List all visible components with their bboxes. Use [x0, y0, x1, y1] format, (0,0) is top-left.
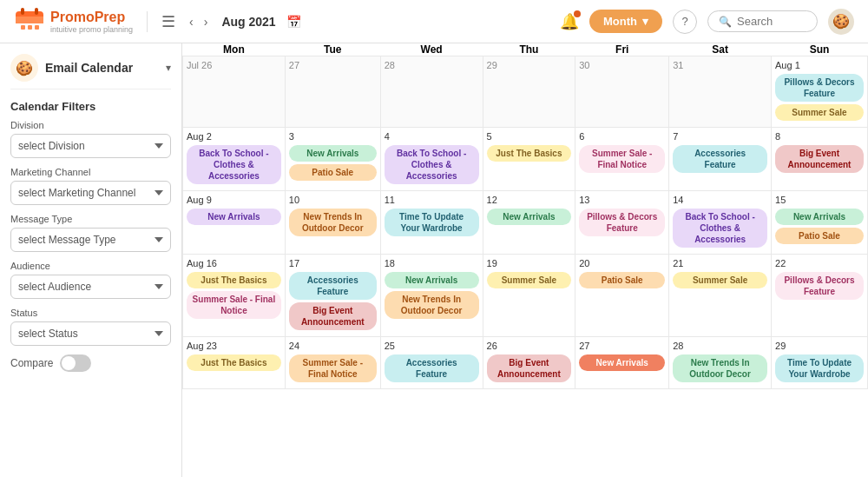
hamburger-icon[interactable]: ☰	[161, 12, 175, 31]
event-pill[interactable]: Accessories Feature	[673, 145, 767, 173]
svg-rect-2	[16, 17, 43, 23]
calendar-cell: 11Time To Update Your Wardrobe	[380, 191, 483, 255]
month-label: Aug 2021	[221, 15, 275, 29]
event-pill[interactable]: Just The Basics	[487, 145, 572, 162]
cell-date-label: 29	[487, 60, 572, 70]
event-pill[interactable]: Patio Sale	[579, 272, 665, 288]
cell-date-label: 7	[673, 131, 767, 142]
calendar-cell: 29	[483, 56, 575, 128]
event-pill[interactable]: Pillows & Decors Feature	[579, 209, 665, 236]
cell-date-label: 11	[385, 195, 479, 205]
event-pill[interactable]: Back To School - Clothes & Accessories	[187, 145, 281, 184]
cell-date-label: 31	[673, 60, 767, 70]
month-view-button[interactable]: Month ▾	[589, 10, 662, 33]
calendar-week-row: Aug 23Just The Basics24Summer Sale - Fin…	[183, 337, 868, 389]
event-pill[interactable]: Summer Sale	[487, 272, 572, 288]
sidebar-chevron-icon[interactable]: ▾	[166, 62, 171, 74]
event-pill[interactable]: Just The Basics	[187, 354, 281, 371]
search-box: 🔍	[707, 10, 818, 32]
calendar-day-header: Mon	[183, 43, 286, 56]
compare-toggle[interactable]	[60, 354, 91, 372]
event-pill[interactable]: Accessories Feature	[289, 272, 377, 300]
event-pill[interactable]: Big Event Announcement	[775, 145, 864, 173]
calendar-cell: 30	[575, 56, 669, 128]
calendar-icon[interactable]: 📅	[286, 15, 301, 29]
event-pill[interactable]: Just The Basics	[187, 272, 281, 288]
channel-label: Marketing Channel	[10, 167, 171, 177]
calendar-cell: 20Patio Sale	[575, 255, 669, 337]
calendar-cell: 8Big Event Announcement	[772, 128, 868, 191]
cell-date-label: 10	[289, 195, 377, 205]
notifications-button[interactable]: 🔔	[560, 12, 579, 31]
calendar-cell: 6Summer Sale - Final Notice	[575, 128, 669, 191]
event-pill[interactable]: Summer Sale	[775, 104, 864, 121]
message-filter-group: Message Type select Message Type	[10, 214, 171, 252]
help-button[interactable]: ?	[673, 10, 697, 34]
event-pill[interactable]: New Trends In Outdoor Decor	[673, 354, 767, 382]
calendar-week-row: Aug 16Just The BasicsSummer Sale - Final…	[183, 255, 868, 337]
audience-filter-group: Audience select Audience	[10, 261, 171, 299]
event-pill[interactable]: Time To Update Your Wardrobe	[775, 354, 864, 382]
calendar-cell: Aug 9New Arrivals	[183, 191, 286, 255]
event-pill[interactable]: New Arrivals	[385, 272, 479, 288]
event-pill[interactable]: New Arrivals	[289, 145, 377, 162]
division-select[interactable]: select Division	[10, 134, 171, 158]
calendar-body: Jul 262728293031Aug 1Pillows & Decors Fe…	[183, 56, 868, 389]
calendar-table: MonTueWedThuFriSatSun Jul 262728293031Au…	[182, 43, 868, 389]
calendar-cell: 28	[380, 56, 483, 128]
event-pill[interactable]: Summer Sale	[673, 272, 767, 288]
message-select[interactable]: select Message Type	[10, 228, 171, 252]
channel-select[interactable]: select Marketing Channel	[10, 181, 171, 205]
event-pill[interactable]: New Trends In Outdoor Decor	[289, 209, 377, 236]
calendar-cell: 25Accessories Feature	[380, 337, 483, 389]
event-pill[interactable]: Accessories Feature	[385, 354, 479, 382]
message-label: Message Type	[10, 214, 171, 224]
calendar-day-header: Fri	[575, 43, 669, 56]
event-pill[interactable]: Big Event Announcement	[289, 302, 377, 330]
sidebar-title: Email Calendar	[45, 61, 166, 75]
event-pill[interactable]: Pillows & Decors Feature	[775, 272, 864, 300]
audience-select[interactable]: select Audience	[10, 275, 171, 299]
status-select[interactable]: select Status	[10, 321, 171, 346]
event-pill[interactable]: Summer Sale - Final Notice	[289, 354, 377, 382]
calendar-cell: 3New ArrivalsPatio Sale	[285, 128, 380, 191]
division-label: Division	[10, 120, 171, 130]
event-pill[interactable]: Time To Update Your Wardrobe	[385, 209, 479, 236]
event-pill[interactable]: Back To School - Clothes & Accessories	[385, 145, 479, 184]
calendar-cell: 28New Trends In Outdoor Decor	[669, 337, 772, 389]
status-filter-group: Status select Status	[10, 308, 171, 346]
app-header: PromoPrep intuitive promo planning ☰ ‹ ›…	[0, 0, 868, 43]
cell-date-label: Aug 23	[187, 341, 281, 351]
event-pill[interactable]: New Arrivals	[579, 354, 665, 371]
event-pill[interactable]: New Trends In Outdoor Decor	[385, 291, 479, 319]
calendar-header-row: MonTueWedThuFriSatSun	[183, 43, 868, 56]
logo-icon	[14, 6, 45, 37]
cell-date-label: 22	[775, 258, 864, 268]
event-pill[interactable]: Patio Sale	[775, 228, 864, 244]
calendar-week-row: Aug 2Back To School - Clothes & Accessor…	[183, 128, 868, 191]
event-pill[interactable]: Summer Sale - Final Notice	[187, 291, 281, 319]
calendar-cell: 14Back To School - Clothes & Accessories	[669, 191, 772, 255]
calendar-cell: 7Accessories Feature	[669, 128, 772, 191]
cell-date-label: 25	[385, 341, 479, 351]
calendar-cell: 24Summer Sale - Final Notice	[285, 337, 380, 389]
prev-month-button[interactable]: ‹	[186, 13, 197, 30]
search-input[interactable]	[737, 15, 806, 28]
event-pill[interactable]: New Arrivals	[487, 209, 572, 225]
cell-date-label: 24	[289, 341, 377, 351]
calendar-cell: Aug 1Pillows & Decors FeatureSummer Sale	[772, 56, 868, 128]
event-pill[interactable]: New Arrivals	[187, 209, 281, 225]
calendar-day-header: Wed	[380, 43, 483, 56]
calendar-cell: 4Back To School - Clothes & Accessories	[380, 128, 483, 191]
event-pill[interactable]: Pillows & Decors Feature	[775, 74, 864, 102]
event-pill[interactable]: New Arrivals	[775, 209, 864, 225]
event-pill[interactable]: Back To School - Clothes & Accessories	[673, 209, 767, 248]
event-pill[interactable]: Patio Sale	[289, 164, 377, 181]
cell-date-label: 30	[579, 60, 665, 70]
event-pill[interactable]: Big Event Announcement	[487, 354, 572, 382]
avatar[interactable]: 🍪	[828, 9, 854, 35]
cell-date-label: 28	[673, 341, 767, 351]
toggle-knob	[62, 356, 76, 370]
event-pill[interactable]: Summer Sale - Final Notice	[579, 145, 665, 173]
next-month-button[interactable]: ›	[201, 13, 212, 30]
